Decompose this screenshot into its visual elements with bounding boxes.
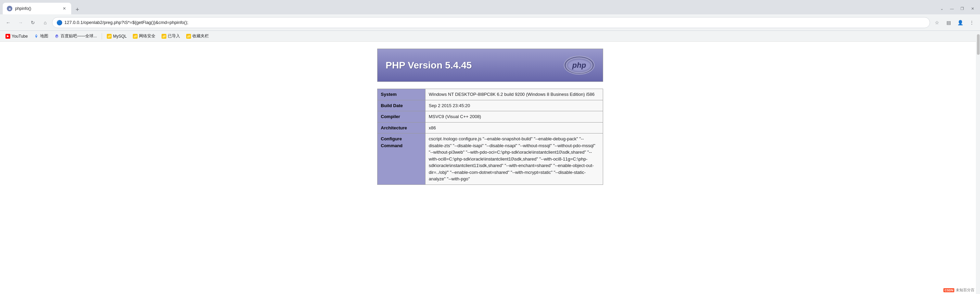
table-value-cell: MSVC9 (Visual C++ 2008) bbox=[425, 111, 603, 122]
table-label-cell: System bbox=[377, 89, 425, 100]
table-row: Configure Commandcscript /nologo configu… bbox=[377, 133, 603, 185]
table-row: SystemWindows NT DESKTOP-8I8PC8K 6.2 bui… bbox=[377, 89, 603, 100]
bookmark-baidu[interactable]: 百 百度贴吧——全球... bbox=[52, 32, 100, 40]
bookmark-mysql[interactable]: 📁 MySQL bbox=[104, 32, 129, 40]
bookmark-baidu-label: 百度贴吧——全球... bbox=[60, 33, 97, 39]
bookmark-maps-label: 地图 bbox=[40, 33, 48, 39]
window-controls: ⌄ — ❐ ✕ bbox=[934, 3, 980, 14]
forward-button[interactable]: → bbox=[15, 17, 26, 28]
page-content: PHP Version 5.4.45 php SystemWindows NT … bbox=[0, 42, 980, 294]
svg-text:⊕: ⊕ bbox=[8, 8, 11, 11]
table-row: Build DateSep 2 2015 23:45:20 bbox=[377, 100, 603, 111]
url-text: 127.0.0.1/openlab2/preg.php?\S*=${getFla… bbox=[64, 20, 926, 25]
address-bar[interactable]: 🔵 127.0.0.1/openlab2/preg.php?\S*=${getF… bbox=[52, 17, 930, 28]
table-value-cell: Windows NT DESKTOP-8I8PC8K 6.2 build 920… bbox=[425, 89, 603, 100]
bookmarks-bar: ▶ YouTube 地图 百 百度贴吧——全球... 📁 bbox=[0, 31, 980, 42]
page-body: PHP Version 5.4.45 php SystemWindows NT … bbox=[0, 42, 980, 192]
table-label-cell: Compiler bbox=[377, 111, 425, 122]
bookmark-mysql-label: MySQL bbox=[113, 34, 127, 39]
bookmark-security[interactable]: 📁 网络安全 bbox=[130, 32, 158, 40]
bookmark-favorites-label: 收藏夹栏 bbox=[192, 33, 209, 39]
tabs-menu-button[interactable]: ⌄ bbox=[937, 4, 947, 13]
phpinfo-table: SystemWindows NT DESKTOP-8I8PC8K 6.2 bui… bbox=[377, 89, 603, 185]
bookmark-separator bbox=[102, 33, 102, 39]
svg-point-2 bbox=[36, 35, 37, 36]
youtube-icon: ▶ bbox=[5, 34, 10, 39]
table-value-cell: x86 bbox=[425, 122, 603, 133]
scrollbar-thumb[interactable] bbox=[977, 42, 980, 55]
back-button[interactable]: ← bbox=[3, 17, 14, 28]
bookmark-imported[interactable]: 📁 已导入 bbox=[159, 32, 183, 40]
minimize-button[interactable]: — bbox=[947, 4, 957, 13]
tab-title: phpinfo() bbox=[15, 6, 59, 11]
sidebar-button[interactable]: ▤ bbox=[943, 17, 954, 28]
folder-icon-mysql: 📁 bbox=[107, 34, 111, 39]
bookmark-favorites[interactable]: 📁 收藏夹栏 bbox=[183, 32, 212, 40]
folder-icon-imported: 📁 bbox=[162, 34, 166, 39]
browser-frame: ⊕ phpinfo() ✕ + ⌄ — ❐ ✕ ← → ↻ ⌂ 🔵 127.0.… bbox=[0, 0, 980, 294]
secure-icon: 🔵 bbox=[56, 20, 62, 25]
csdn-logo: CSDN bbox=[943, 288, 955, 292]
csdn-badge: CSDN 未知百分百 bbox=[943, 288, 975, 292]
home-button[interactable]: ⌂ bbox=[40, 17, 51, 28]
table-label-cell: Configure Command bbox=[377, 133, 425, 185]
bookmark-maps[interactable]: 地图 bbox=[31, 32, 51, 40]
php-version-title: PHP Version 5.4.45 bbox=[386, 60, 472, 71]
nav-right-buttons: ☆ ▤ 👤 ⋮ bbox=[931, 17, 977, 28]
new-tab-button[interactable]: + bbox=[73, 5, 82, 14]
tab-bar: ⊕ phpinfo() ✕ + ⌄ — ❐ ✕ bbox=[0, 0, 980, 14]
bookmark-imported-label: 已导入 bbox=[168, 33, 180, 39]
csdn-sub: 未知百分百 bbox=[956, 288, 975, 292]
table-value-cell: cscript /nologo configure.js "--enable-s… bbox=[425, 133, 603, 185]
active-tab[interactable]: ⊕ phpinfo() ✕ bbox=[3, 3, 71, 14]
bookmark-star-button[interactable]: ☆ bbox=[931, 17, 942, 28]
scrollbar-track[interactable] bbox=[976, 42, 980, 294]
php-logo: php bbox=[564, 56, 595, 75]
navigation-bar: ← → ↻ ⌂ 🔵 127.0.0.1/openlab2/preg.php?\S… bbox=[0, 14, 980, 31]
table-row: Architecturex86 bbox=[377, 122, 603, 133]
svg-text:php: php bbox=[572, 61, 585, 70]
maps-icon bbox=[34, 34, 39, 39]
bookmark-youtube-label: YouTube bbox=[12, 34, 28, 39]
bookmark-youtube[interactable]: ▶ YouTube bbox=[3, 32, 30, 40]
folder-icon-security: 📁 bbox=[133, 34, 138, 39]
table-value-cell: Sep 2 2015 23:45:20 bbox=[425, 100, 603, 111]
reload-button[interactable]: ↻ bbox=[27, 17, 38, 28]
svg-text:百: 百 bbox=[56, 36, 59, 38]
table-row: CompilerMSVC9 (Visual C++ 2008) bbox=[377, 111, 603, 122]
tab-favicon: ⊕ bbox=[7, 6, 12, 11]
table-label-cell: Build Date bbox=[377, 100, 425, 111]
close-button[interactable]: ✕ bbox=[968, 4, 977, 13]
table-label-cell: Architecture bbox=[377, 122, 425, 133]
bookmark-security-label: 网络安全 bbox=[139, 33, 155, 39]
php-header-banner: PHP Version 5.4.45 php bbox=[377, 49, 603, 82]
baidu-icon: 百 bbox=[54, 34, 59, 39]
maximize-button[interactable]: ❐ bbox=[958, 4, 967, 13]
profile-button[interactable]: 👤 bbox=[955, 17, 966, 28]
folder-icon-favorites: 📁 bbox=[186, 34, 191, 39]
tab-close-button[interactable]: ✕ bbox=[62, 6, 67, 11]
menu-button[interactable]: ⋮ bbox=[966, 17, 977, 28]
